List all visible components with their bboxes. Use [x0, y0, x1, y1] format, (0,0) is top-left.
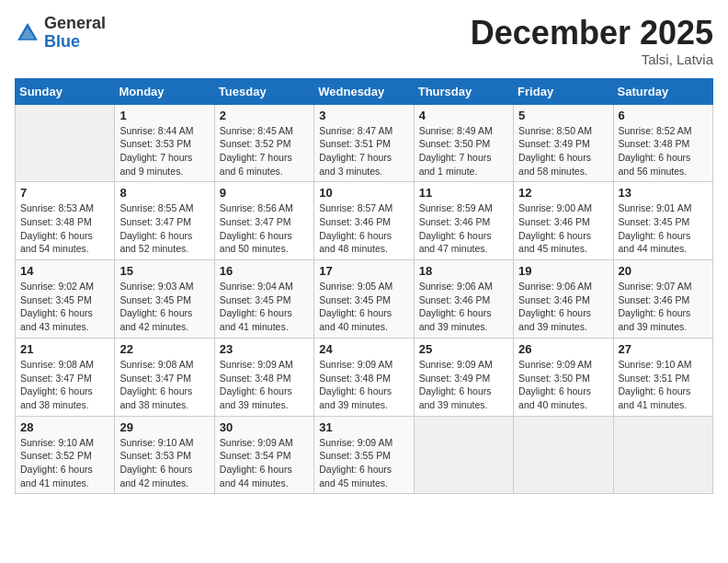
day-number: 25 — [419, 342, 508, 356]
day-info: Sunrise: 8:55 AMSunset: 3:47 PMDaylight:… — [119, 201, 209, 256]
day-number: 10 — [319, 186, 408, 200]
day-info: Sunrise: 9:10 AMSunset: 3:53 PMDaylight:… — [119, 436, 209, 490]
table-row: 26Sunrise: 9:09 AMSunset: 3:50 PMDayligh… — [514, 338, 613, 416]
day-info: Sunrise: 9:06 AMSunset: 3:46 PMDaylight:… — [419, 280, 508, 334]
day-number: 19 — [518, 264, 608, 278]
header-monday: Monday — [115, 78, 214, 104]
header-thursday: Thursday — [414, 78, 513, 104]
calendar-table: Sunday Monday Tuesday Wednesday Thursday… — [15, 78, 713, 495]
day-number: 14 — [20, 264, 109, 278]
table-row: 17Sunrise: 9:05 AMSunset: 3:45 PMDayligh… — [314, 260, 414, 339]
day-info: Sunrise: 8:47 AMSunset: 3:51 PMDaylight:… — [319, 124, 408, 178]
day-info: Sunrise: 8:50 AMSunset: 3:49 PMDaylight:… — [518, 124, 608, 178]
day-info: Sunrise: 8:57 AMSunset: 3:46 PMDaylight:… — [319, 201, 408, 256]
day-number: 5 — [518, 109, 608, 122]
logo-line2: Blue — [44, 33, 106, 52]
day-info: Sunrise: 8:53 AMSunset: 3:48 PMDaylight:… — [20, 201, 109, 256]
day-info: Sunrise: 9:06 AMSunset: 3:46 PMDaylight:… — [518, 280, 608, 334]
table-row: 25Sunrise: 9:09 AMSunset: 3:49 PMDayligh… — [414, 338, 513, 416]
day-info: Sunrise: 8:59 AMSunset: 3:46 PMDaylight:… — [419, 201, 508, 256]
day-number: 27 — [619, 342, 708, 356]
table-row: 15Sunrise: 9:03 AMSunset: 3:45 PMDayligh… — [115, 260, 214, 339]
day-number: 7 — [20, 186, 109, 200]
day-number: 26 — [518, 342, 608, 356]
table-row: 12Sunrise: 9:00 AMSunset: 3:46 PMDayligh… — [514, 182, 613, 260]
table-row — [514, 416, 613, 494]
table-row: 3Sunrise: 8:47 AMSunset: 3:51 PMDaylight… — [314, 104, 414, 182]
day-number: 23 — [220, 342, 309, 356]
month-title: December 2025 — [471, 15, 713, 52]
header-tuesday: Tuesday — [214, 78, 313, 104]
day-number: 3 — [319, 109, 408, 122]
day-info: Sunrise: 8:49 AMSunset: 3:50 PMDaylight:… — [419, 124, 508, 178]
day-info: Sunrise: 9:07 AMSunset: 3:46 PMDaylight:… — [619, 280, 708, 334]
table-row: 19Sunrise: 9:06 AMSunset: 3:46 PMDayligh… — [514, 260, 613, 339]
table-row: 31Sunrise: 9:09 AMSunset: 3:55 PMDayligh… — [314, 416, 414, 494]
day-info: Sunrise: 9:09 AMSunset: 3:54 PMDaylight:… — [220, 436, 309, 490]
day-number: 21 — [20, 342, 109, 356]
day-number: 24 — [319, 342, 408, 356]
logo: General Blue — [15, 15, 106, 52]
table-row — [613, 416, 712, 494]
table-row: 14Sunrise: 9:02 AMSunset: 3:45 PMDayligh… — [16, 260, 115, 339]
day-info: Sunrise: 9:09 AMSunset: 3:49 PMDaylight:… — [419, 358, 508, 412]
day-info: Sunrise: 9:09 AMSunset: 3:48 PMDaylight:… — [220, 358, 309, 412]
day-number: 28 — [20, 420, 109, 434]
day-number: 18 — [419, 264, 508, 278]
table-row: 24Sunrise: 9:09 AMSunset: 3:48 PMDayligh… — [314, 338, 414, 416]
table-row: 27Sunrise: 9:10 AMSunset: 3:51 PMDayligh… — [613, 338, 712, 416]
day-number: 12 — [518, 186, 608, 200]
calendar-week-row: 7Sunrise: 8:53 AMSunset: 3:48 PMDaylight… — [16, 182, 713, 260]
table-row: 10Sunrise: 8:57 AMSunset: 3:46 PMDayligh… — [314, 182, 414, 260]
table-row: 23Sunrise: 9:09 AMSunset: 3:48 PMDayligh… — [214, 338, 313, 416]
table-row: 11Sunrise: 8:59 AMSunset: 3:46 PMDayligh… — [414, 182, 513, 260]
day-number: 8 — [119, 186, 209, 200]
header-friday: Friday — [514, 78, 613, 104]
day-number: 20 — [619, 264, 708, 278]
page-header: General Blue December 2025 Talsi, Latvia — [15, 15, 713, 67]
table-row: 7Sunrise: 8:53 AMSunset: 3:48 PMDaylight… — [16, 182, 115, 260]
day-number: 15 — [119, 264, 209, 278]
logo-line1: General — [44, 15, 106, 33]
table-row: 20Sunrise: 9:07 AMSunset: 3:46 PMDayligh… — [613, 260, 712, 339]
table-row: 6Sunrise: 8:52 AMSunset: 3:48 PMDaylight… — [613, 104, 712, 182]
weekday-header-row: Sunday Monday Tuesday Wednesday Thursday… — [16, 78, 713, 104]
day-info: Sunrise: 8:44 AMSunset: 3:53 PMDaylight:… — [119, 124, 209, 178]
table-row: 22Sunrise: 9:08 AMSunset: 3:47 PMDayligh… — [115, 338, 214, 416]
table-row: 16Sunrise: 9:04 AMSunset: 3:45 PMDayligh… — [214, 260, 313, 339]
calendar-week-row: 1Sunrise: 8:44 AMSunset: 3:53 PMDaylight… — [16, 104, 713, 182]
calendar-body: 1Sunrise: 8:44 AMSunset: 3:53 PMDaylight… — [16, 104, 713, 494]
day-info: Sunrise: 9:10 AMSunset: 3:51 PMDaylight:… — [619, 358, 708, 412]
day-info: Sunrise: 9:01 AMSunset: 3:45 PMDaylight:… — [619, 201, 708, 256]
day-info: Sunrise: 9:05 AMSunset: 3:45 PMDaylight:… — [319, 280, 408, 334]
day-number: 17 — [319, 264, 408, 278]
day-info: Sunrise: 9:00 AMSunset: 3:46 PMDaylight:… — [518, 201, 608, 256]
table-row: 4Sunrise: 8:49 AMSunset: 3:50 PMDaylight… — [414, 104, 513, 182]
day-info: Sunrise: 9:02 AMSunset: 3:45 PMDaylight:… — [20, 280, 109, 334]
table-row: 2Sunrise: 8:45 AMSunset: 3:52 PMDaylight… — [214, 104, 313, 182]
day-number: 16 — [220, 264, 309, 278]
day-number: 29 — [119, 420, 209, 434]
day-info: Sunrise: 9:09 AMSunset: 3:50 PMDaylight:… — [518, 358, 608, 412]
day-info: Sunrise: 9:10 AMSunset: 3:52 PMDaylight:… — [20, 436, 109, 490]
table-row: 13Sunrise: 9:01 AMSunset: 3:45 PMDayligh… — [613, 182, 712, 260]
day-info: Sunrise: 9:03 AMSunset: 3:45 PMDaylight:… — [119, 280, 209, 334]
day-info: Sunrise: 8:56 AMSunset: 3:47 PMDaylight:… — [220, 201, 309, 256]
table-row: 9Sunrise: 8:56 AMSunset: 3:47 PMDaylight… — [214, 182, 313, 260]
table-row — [16, 104, 115, 182]
day-number: 1 — [119, 109, 209, 122]
table-row: 5Sunrise: 8:50 AMSunset: 3:49 PMDaylight… — [514, 104, 613, 182]
calendar-week-row: 21Sunrise: 9:08 AMSunset: 3:47 PMDayligh… — [16, 338, 713, 416]
table-row: 28Sunrise: 9:10 AMSunset: 3:52 PMDayligh… — [16, 416, 115, 494]
logo-text: General Blue — [44, 15, 106, 52]
calendar-week-row: 14Sunrise: 9:02 AMSunset: 3:45 PMDayligh… — [16, 260, 713, 339]
day-info: Sunrise: 8:52 AMSunset: 3:48 PMDaylight:… — [619, 124, 708, 178]
header-saturday: Saturday — [613, 78, 712, 104]
header-wednesday: Wednesday — [314, 78, 414, 104]
table-row: 8Sunrise: 8:55 AMSunset: 3:47 PMDaylight… — [115, 182, 214, 260]
day-info: Sunrise: 8:45 AMSunset: 3:52 PMDaylight:… — [220, 124, 309, 178]
table-row — [414, 416, 513, 494]
day-number: 11 — [419, 186, 508, 200]
day-info: Sunrise: 9:04 AMSunset: 3:45 PMDaylight:… — [220, 280, 309, 334]
day-number: 30 — [220, 420, 309, 434]
